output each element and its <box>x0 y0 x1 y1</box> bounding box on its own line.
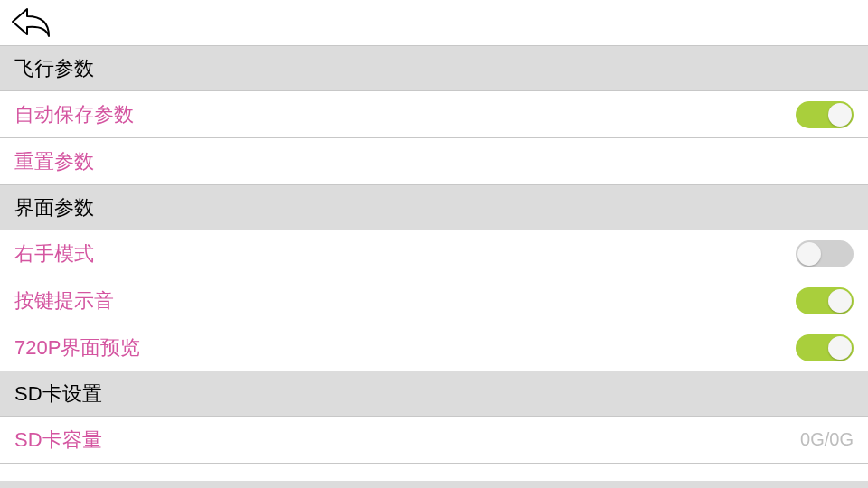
toggle-auto-save[interactable] <box>796 101 854 128</box>
row-label: 重置参数 <box>14 148 94 175</box>
section-header-sd: SD卡设置 <box>0 371 868 416</box>
section-title: 飞行参数 <box>14 55 94 82</box>
back-arrow-icon[interactable] <box>9 5 51 40</box>
settings-screen: 飞行参数 自动保存参数 重置参数 界面参数 右手模式 按键提示音 720P界面预… <box>0 0 868 488</box>
row-label: SD卡容量 <box>14 427 102 454</box>
toggle-knob <box>828 336 852 360</box>
section-title: SD卡设置 <box>14 380 102 408</box>
row-label: 右手模式 <box>14 240 94 267</box>
row-right-hand-mode[interactable]: 右手模式 <box>0 230 868 277</box>
toggle-right-hand[interactable] <box>796 240 854 267</box>
row-key-sound[interactable]: 按键提示音 <box>0 277 868 324</box>
section-header-interface: 界面参数 <box>0 184 868 230</box>
row-720p-preview[interactable]: 720P界面预览 <box>0 324 868 371</box>
topbar <box>0 0 868 45</box>
sd-capacity-value: 0G/0G <box>800 429 854 450</box>
row-auto-save[interactable]: 自动保存参数 <box>0 90 868 137</box>
toggle-key-sound[interactable] <box>796 287 854 314</box>
toggle-720p-preview[interactable] <box>796 334 854 361</box>
toggle-knob <box>828 289 852 313</box>
row-sd-capacity[interactable]: SD卡容量 0G/0G <box>0 416 868 463</box>
section-header-flight: 飞行参数 <box>0 45 868 90</box>
row-label: 720P界面预览 <box>14 334 140 361</box>
row-label: 自动保存参数 <box>14 101 134 128</box>
toggle-knob <box>797 242 821 266</box>
toggle-knob <box>828 103 852 127</box>
row-reset-params[interactable]: 重置参数 <box>0 137 868 184</box>
next-row-peek <box>0 463 868 481</box>
row-label: 按键提示音 <box>14 287 114 314</box>
section-title: 界面参数 <box>14 194 94 221</box>
